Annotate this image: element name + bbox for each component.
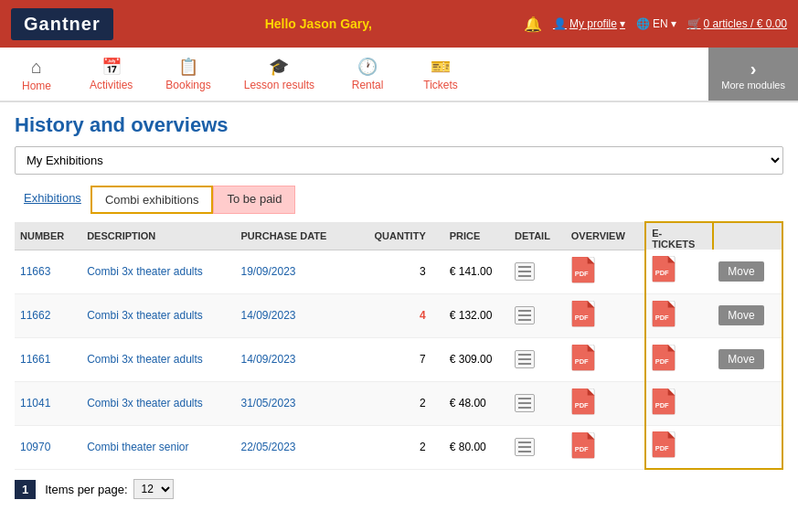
cell-quantity: 2 (353, 381, 444, 425)
nav-activities[interactable]: 📅 Activities (73, 48, 149, 101)
table-row: 11041 Combi 3x theater adults 31/05/2023… (15, 381, 782, 425)
cell-price: € 309.00 (444, 337, 509, 381)
cell-quantity: 4 (353, 293, 444, 337)
items-per-page-label: Items per page: (45, 483, 127, 496)
nav-more-modules[interactable]: › More modules (708, 48, 798, 101)
cell-description: Combi 3x theater adults (81, 293, 235, 337)
page-title: History and overviews (15, 113, 783, 137)
detail-icon[interactable] (515, 438, 535, 456)
nav-bookings[interactable]: 📋 Bookings (149, 48, 227, 101)
profile-dropdown-arrow: ▾ (620, 17, 625, 30)
detail-icon[interactable] (515, 262, 535, 281)
col-etickets: E-TICKETS (645, 222, 713, 250)
cell-price: € 141.00 (444, 250, 509, 293)
cell-number: 11663 (15, 250, 81, 293)
detail-icon[interactable] (515, 394, 535, 412)
cell-overview[interactable]: PDF (566, 425, 645, 469)
cell-date: 19/09/2023 (235, 250, 353, 293)
svg-text:PDF: PDF (655, 313, 669, 321)
cell-number: 11662 (15, 293, 81, 337)
col-quantity: QUANTITY (353, 222, 444, 250)
col-number: NUMBER (15, 222, 81, 250)
cell-price: € 132.00 (444, 293, 509, 337)
cell-etickets[interactable]: PDF (645, 381, 713, 425)
home-icon: ⌂ (31, 57, 42, 78)
cell-quantity: 7 (353, 337, 444, 381)
cell-overview[interactable]: PDF (566, 381, 645, 425)
cell-date: 14/09/2023 (235, 293, 353, 337)
svg-text:PDF: PDF (655, 444, 669, 452)
cell-overview[interactable]: PDF (566, 293, 645, 337)
cell-move: Move (713, 293, 782, 337)
activities-icon: 📅 (101, 57, 122, 77)
cell-description: Combi 3x theater adults (81, 381, 235, 425)
cell-overview[interactable]: PDF (566, 250, 645, 293)
tab-exhibitions[interactable]: Exhibitions (15, 186, 90, 214)
detail-icon[interactable] (515, 350, 535, 368)
cell-description: Combi 3x theater adults (81, 337, 235, 381)
nav-tickets[interactable]: 🎫 Tickets (404, 48, 477, 101)
detail-icon[interactable] (515, 306, 535, 325)
nav-rental[interactable]: 🕐 Rental (331, 48, 404, 101)
table-row: 11663 Combi 3x theater adults 19/09/2023… (15, 250, 782, 293)
tab-combi-exhibitions[interactable]: Combi exhibitions (90, 186, 214, 214)
cell-description: Combi theater senior (81, 425, 235, 469)
cell-etickets[interactable]: PDF (645, 425, 713, 469)
col-overview: OVERVIEW (566, 222, 645, 250)
col-price: PRICE (444, 222, 509, 250)
table-header-row: NUMBER DESCRIPTION PURCHASE DATE QUANTIT… (15, 222, 782, 250)
svg-text:PDF: PDF (574, 400, 588, 409)
cell-etickets[interactable]: PDF (645, 250, 713, 293)
cell-etickets[interactable]: PDF (645, 337, 713, 381)
cell-move (713, 381, 782, 425)
table-row: 11661 Combi 3x theater adults 14/09/2023… (15, 337, 782, 381)
cart-link[interactable]: 🛒 0 articles / € 0.00 (687, 17, 787, 30)
cell-move: Move (713, 250, 782, 293)
cell-number: 11661 (15, 337, 81, 381)
nav-home[interactable]: ⌂ Home (0, 48, 73, 101)
lang-dropdown-arrow: ▾ (671, 17, 676, 30)
cell-move: Move (713, 337, 782, 381)
col-purchase-date: PURCHASE DATE (235, 222, 353, 250)
cell-detail (509, 293, 566, 337)
nav-lesson-results[interactable]: 🎓 Lesson results (228, 48, 331, 101)
exhibitions-dropdown[interactable]: My Exhibitions (15, 146, 783, 175)
svg-text:PDF: PDF (655, 269, 669, 277)
cell-number: 10970 (15, 425, 81, 469)
move-button[interactable]: Move (718, 349, 763, 369)
items-per-page-control: Items per page: 12 24 48 (45, 479, 173, 499)
move-button[interactable]: Move (718, 305, 763, 325)
tab-to-be-paid[interactable]: To be paid (213, 186, 295, 214)
col-detail: DETAIL (509, 222, 566, 250)
bell-icon[interactable]: 🔔 (524, 16, 542, 33)
cell-move (713, 425, 782, 469)
greeting: Hello Jason Gary, (265, 16, 372, 31)
cart-icon: 🛒 (687, 17, 701, 30)
cell-detail (509, 381, 566, 425)
lesson-icon: 🎓 (269, 57, 289, 77)
bookings-icon: 📋 (178, 57, 198, 77)
more-arrow-icon: › (750, 59, 757, 80)
cell-etickets[interactable]: PDF (645, 293, 713, 337)
current-page[interactable]: 1 (15, 480, 36, 499)
exhibitions-table: NUMBER DESCRIPTION PURCHASE DATE QUANTIT… (15, 221, 783, 470)
cell-description: Combi 3x theater adults (81, 250, 235, 293)
cell-date: 22/05/2023 (235, 425, 353, 469)
svg-text:PDF: PDF (574, 356, 588, 365)
cell-date: 14/09/2023 (235, 337, 353, 381)
person-icon: 👤 (553, 17, 567, 30)
cell-detail (509, 250, 566, 293)
svg-text:PDF: PDF (655, 356, 669, 365)
svg-text:PDF: PDF (655, 400, 669, 409)
cell-quantity: 3 (353, 250, 444, 293)
cell-price: € 48.00 (444, 381, 509, 425)
move-button[interactable]: Move (718, 261, 763, 282)
globe-icon: 🌐 (636, 17, 650, 30)
lang-selector[interactable]: 🌐 EN ▾ (636, 17, 676, 30)
cell-overview[interactable]: PDF (566, 337, 645, 381)
cell-detail (509, 425, 566, 469)
table-row: 11662 Combi 3x theater adults 14/09/2023… (15, 293, 782, 337)
logo: Gantner (11, 8, 113, 40)
profile-link[interactable]: 👤 My profile ▾ (553, 17, 625, 30)
items-per-page-select[interactable]: 12 24 48 (133, 479, 174, 499)
